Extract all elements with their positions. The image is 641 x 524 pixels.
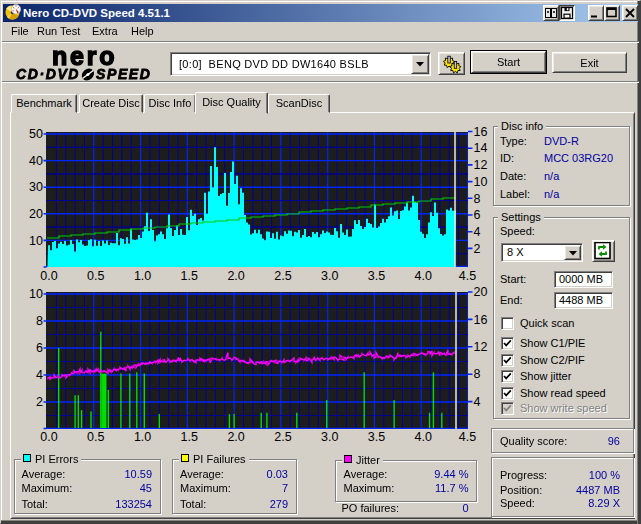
svg-text:4.0: 4.0 xyxy=(415,269,432,283)
svg-text:4: 4 xyxy=(36,368,43,382)
svg-text:16: 16 xyxy=(474,313,488,327)
svg-text:1.5: 1.5 xyxy=(181,269,198,283)
svg-text:2: 2 xyxy=(474,242,481,256)
svg-text:20: 20 xyxy=(474,285,488,299)
svg-text:4: 4 xyxy=(474,225,481,239)
svg-text:3.5: 3.5 xyxy=(368,269,385,283)
svg-text:8: 8 xyxy=(36,314,43,328)
svg-text:4: 4 xyxy=(474,395,481,409)
svg-text:6: 6 xyxy=(36,341,43,355)
svg-text:0.0: 0.0 xyxy=(40,269,57,283)
svg-text:50: 50 xyxy=(29,127,43,141)
svg-text:12: 12 xyxy=(474,340,488,354)
svg-text:4.5: 4.5 xyxy=(459,269,476,283)
svg-text:2: 2 xyxy=(36,395,43,409)
svg-text:40: 40 xyxy=(29,154,43,168)
svg-text:3.0: 3.0 xyxy=(321,269,338,283)
svg-text:2.0: 2.0 xyxy=(227,269,244,283)
svg-text:12: 12 xyxy=(474,158,488,172)
svg-text:8: 8 xyxy=(474,367,481,381)
svg-text:1.0: 1.0 xyxy=(134,269,151,283)
svg-text:0.5: 0.5 xyxy=(87,269,104,283)
svg-text:20: 20 xyxy=(29,207,43,221)
svg-text:16: 16 xyxy=(474,125,488,139)
svg-text:6: 6 xyxy=(474,208,481,222)
svg-text:30: 30 xyxy=(29,180,43,194)
svg-text:14: 14 xyxy=(474,141,488,155)
svg-text:8: 8 xyxy=(474,192,481,206)
svg-text:10: 10 xyxy=(29,234,43,248)
svg-text:10: 10 xyxy=(29,287,43,301)
svg-text:10: 10 xyxy=(474,175,488,189)
svg-text:2.5: 2.5 xyxy=(274,269,291,283)
